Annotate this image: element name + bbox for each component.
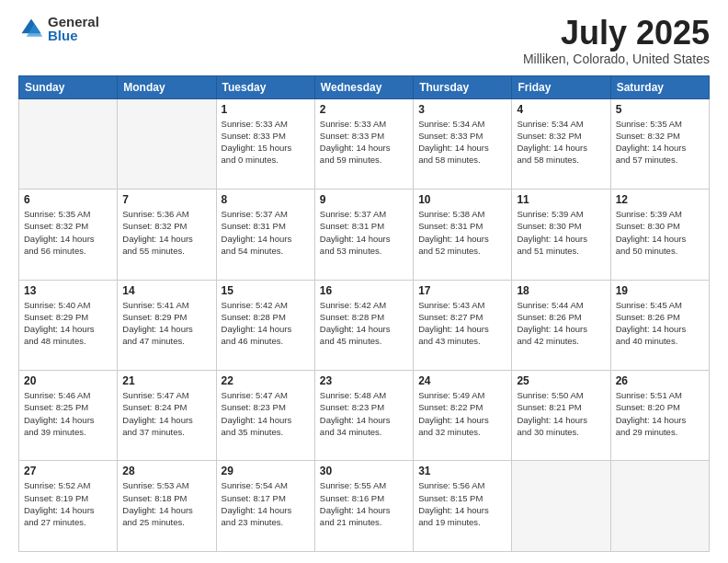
calendar-cell: 9Sunrise: 5:37 AM Sunset: 8:31 PM Daylig… bbox=[314, 190, 413, 280]
calendar-cell: 24Sunrise: 5:49 AM Sunset: 8:22 PM Dayli… bbox=[414, 371, 512, 461]
calendar-cell: 26Sunrise: 5:51 AM Sunset: 8:20 PM Dayli… bbox=[610, 371, 709, 461]
day-number: 27 bbox=[24, 465, 112, 477]
day-number: 14 bbox=[122, 284, 210, 297]
day-info: Sunrise: 5:33 AM Sunset: 8:33 PM Dayligh… bbox=[320, 118, 408, 167]
calendar-weekday-monday: Monday bbox=[118, 75, 216, 98]
day-number: 15 bbox=[222, 284, 310, 297]
day-info: Sunrise: 5:43 AM Sunset: 8:27 PM Dayligh… bbox=[418, 299, 506, 348]
header: General Blue July 2025 Milliken, Colorad… bbox=[18, 15, 710, 66]
calendar-weekday-saturday: Saturday bbox=[610, 75, 709, 98]
day-info: Sunrise: 5:38 AM Sunset: 8:31 PM Dayligh… bbox=[418, 208, 506, 257]
day-info: Sunrise: 5:48 AM Sunset: 8:23 PM Dayligh… bbox=[320, 389, 408, 438]
calendar-week-row-4: 20Sunrise: 5:46 AM Sunset: 8:25 PM Dayli… bbox=[19, 371, 710, 461]
calendar-cell: 1Sunrise: 5:33 AM Sunset: 8:33 PM Daylig… bbox=[216, 98, 314, 189]
day-number: 1 bbox=[222, 103, 310, 116]
day-number: 19 bbox=[616, 284, 704, 297]
calendar-cell: 5Sunrise: 5:35 AM Sunset: 8:32 PM Daylig… bbox=[610, 98, 709, 189]
calendar-weekday-tuesday: Tuesday bbox=[216, 75, 314, 98]
day-info: Sunrise: 5:42 AM Sunset: 8:28 PM Dayligh… bbox=[222, 299, 310, 348]
calendar-cell bbox=[610, 461, 709, 552]
subtitle: Milliken, Colorado, United States bbox=[523, 52, 710, 66]
calendar-cell: 8Sunrise: 5:37 AM Sunset: 8:31 PM Daylig… bbox=[216, 190, 314, 280]
day-info: Sunrise: 5:52 AM Sunset: 8:19 PM Dayligh… bbox=[24, 479, 112, 528]
calendar-header-row: SundayMondayTuesdayWednesdayThursdayFrid… bbox=[19, 75, 710, 98]
day-number: 5 bbox=[616, 103, 704, 116]
day-number: 23 bbox=[320, 374, 408, 387]
calendar-weekday-friday: Friday bbox=[512, 75, 610, 98]
calendar-cell: 6Sunrise: 5:35 AM Sunset: 8:32 PM Daylig… bbox=[19, 190, 118, 280]
day-info: Sunrise: 5:34 AM Sunset: 8:32 PM Dayligh… bbox=[517, 118, 605, 167]
calendar-weekday-thursday: Thursday bbox=[414, 75, 512, 98]
day-number: 22 bbox=[222, 374, 310, 387]
day-number: 30 bbox=[320, 465, 408, 477]
day-info: Sunrise: 5:42 AM Sunset: 8:28 PM Dayligh… bbox=[320, 299, 408, 348]
page: General Blue July 2025 Milliken, Colorad… bbox=[0, 0, 728, 563]
calendar-week-row-3: 13Sunrise: 5:40 AM Sunset: 8:29 PM Dayli… bbox=[19, 280, 710, 370]
day-number: 7 bbox=[122, 193, 210, 206]
day-number: 3 bbox=[418, 103, 506, 116]
day-info: Sunrise: 5:41 AM Sunset: 8:29 PM Dayligh… bbox=[122, 299, 210, 348]
logo: General Blue bbox=[18, 15, 99, 42]
calendar-cell: 23Sunrise: 5:48 AM Sunset: 8:23 PM Dayli… bbox=[314, 371, 413, 461]
calendar-week-row-1: 1Sunrise: 5:33 AM Sunset: 8:33 PM Daylig… bbox=[19, 98, 710, 189]
day-info: Sunrise: 5:55 AM Sunset: 8:16 PM Dayligh… bbox=[320, 479, 408, 528]
day-number: 16 bbox=[320, 284, 408, 297]
day-number: 31 bbox=[418, 465, 506, 477]
day-number: 18 bbox=[517, 284, 605, 297]
day-number: 26 bbox=[616, 374, 704, 387]
calendar-cell: 20Sunrise: 5:46 AM Sunset: 8:25 PM Dayli… bbox=[19, 371, 118, 461]
calendar-cell: 11Sunrise: 5:39 AM Sunset: 8:30 PM Dayli… bbox=[512, 190, 610, 280]
calendar-cell: 4Sunrise: 5:34 AM Sunset: 8:32 PM Daylig… bbox=[512, 98, 610, 189]
day-info: Sunrise: 5:46 AM Sunset: 8:25 PM Dayligh… bbox=[24, 389, 112, 438]
calendar-cell: 14Sunrise: 5:41 AM Sunset: 8:29 PM Dayli… bbox=[118, 280, 216, 370]
calendar-cell: 21Sunrise: 5:47 AM Sunset: 8:24 PM Dayli… bbox=[118, 371, 216, 461]
day-info: Sunrise: 5:53 AM Sunset: 8:18 PM Dayligh… bbox=[122, 479, 210, 528]
day-info: Sunrise: 5:45 AM Sunset: 8:26 PM Dayligh… bbox=[616, 299, 704, 348]
day-number: 9 bbox=[320, 193, 408, 206]
calendar-cell: 31Sunrise: 5:56 AM Sunset: 8:15 PM Dayli… bbox=[414, 461, 512, 552]
day-info: Sunrise: 5:44 AM Sunset: 8:26 PM Dayligh… bbox=[517, 299, 605, 348]
main-title: July 2025 bbox=[523, 15, 710, 52]
day-info: Sunrise: 5:50 AM Sunset: 8:21 PM Dayligh… bbox=[517, 389, 605, 438]
day-number: 11 bbox=[517, 193, 605, 206]
calendar-cell: 3Sunrise: 5:34 AM Sunset: 8:33 PM Daylig… bbox=[414, 98, 512, 189]
calendar-cell bbox=[512, 461, 610, 552]
calendar-cell: 10Sunrise: 5:38 AM Sunset: 8:31 PM Dayli… bbox=[414, 190, 512, 280]
calendar-cell: 19Sunrise: 5:45 AM Sunset: 8:26 PM Dayli… bbox=[610, 280, 709, 370]
day-number: 6 bbox=[24, 193, 112, 206]
day-number: 25 bbox=[517, 374, 605, 387]
calendar-cell: 2Sunrise: 5:33 AM Sunset: 8:33 PM Daylig… bbox=[314, 98, 413, 189]
calendar-cell: 13Sunrise: 5:40 AM Sunset: 8:29 PM Dayli… bbox=[19, 280, 118, 370]
calendar-cell: 29Sunrise: 5:54 AM Sunset: 8:17 PM Dayli… bbox=[216, 461, 314, 552]
day-info: Sunrise: 5:47 AM Sunset: 8:23 PM Dayligh… bbox=[222, 389, 310, 438]
logo-general: General bbox=[48, 15, 99, 29]
calendar-cell: 12Sunrise: 5:39 AM Sunset: 8:30 PM Dayli… bbox=[610, 190, 709, 280]
day-info: Sunrise: 5:51 AM Sunset: 8:20 PM Dayligh… bbox=[616, 389, 704, 438]
logo-blue: Blue bbox=[48, 29, 99, 42]
calendar-cell: 27Sunrise: 5:52 AM Sunset: 8:19 PM Dayli… bbox=[19, 461, 118, 552]
calendar-week-row-5: 27Sunrise: 5:52 AM Sunset: 8:19 PM Dayli… bbox=[19, 461, 710, 552]
day-info: Sunrise: 5:39 AM Sunset: 8:30 PM Dayligh… bbox=[517, 208, 605, 257]
day-number: 2 bbox=[320, 103, 408, 116]
calendar-week-row-2: 6Sunrise: 5:35 AM Sunset: 8:32 PM Daylig… bbox=[19, 190, 710, 280]
calendar-cell bbox=[118, 98, 216, 189]
day-info: Sunrise: 5:54 AM Sunset: 8:17 PM Dayligh… bbox=[222, 479, 310, 528]
day-number: 28 bbox=[122, 465, 210, 477]
calendar-weekday-sunday: Sunday bbox=[19, 75, 118, 98]
calendar-cell: 7Sunrise: 5:36 AM Sunset: 8:32 PM Daylig… bbox=[118, 190, 216, 280]
day-info: Sunrise: 5:33 AM Sunset: 8:33 PM Dayligh… bbox=[222, 118, 310, 167]
day-info: Sunrise: 5:37 AM Sunset: 8:31 PM Dayligh… bbox=[320, 208, 408, 257]
calendar-cell: 25Sunrise: 5:50 AM Sunset: 8:21 PM Dayli… bbox=[512, 371, 610, 461]
day-number: 4 bbox=[517, 103, 605, 116]
day-number: 12 bbox=[616, 193, 704, 206]
day-info: Sunrise: 5:36 AM Sunset: 8:32 PM Dayligh… bbox=[122, 208, 210, 257]
day-number: 29 bbox=[222, 465, 310, 477]
calendar-cell: 30Sunrise: 5:55 AM Sunset: 8:16 PM Dayli… bbox=[314, 461, 413, 552]
calendar-weekday-wednesday: Wednesday bbox=[314, 75, 413, 98]
calendar-cell: 17Sunrise: 5:43 AM Sunset: 8:27 PM Dayli… bbox=[414, 280, 512, 370]
day-info: Sunrise: 5:47 AM Sunset: 8:24 PM Dayligh… bbox=[122, 389, 210, 438]
day-number: 20 bbox=[24, 374, 112, 387]
day-info: Sunrise: 5:35 AM Sunset: 8:32 PM Dayligh… bbox=[616, 118, 704, 167]
calendar-cell: 16Sunrise: 5:42 AM Sunset: 8:28 PM Dayli… bbox=[314, 280, 413, 370]
day-info: Sunrise: 5:56 AM Sunset: 8:15 PM Dayligh… bbox=[418, 479, 506, 528]
